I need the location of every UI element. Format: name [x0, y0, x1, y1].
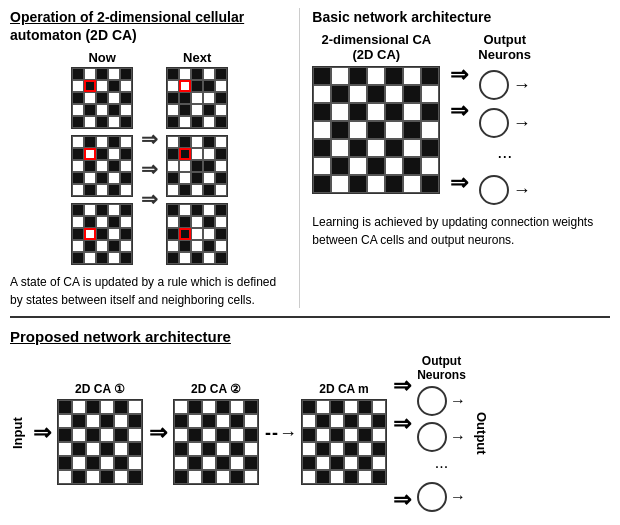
block-arrow-1: ⇒ [149, 420, 167, 446]
output-label: Output [474, 393, 489, 473]
proposed-diagram: Input ⇒ 2D CA ① ⇒ 2D CA ② [10, 353, 610, 513]
now-column: Now [71, 50, 133, 265]
arrow-to-n3: ⇒ [450, 170, 468, 196]
dotted-arrow: - - → [265, 423, 295, 444]
bottom-neuron-2 [417, 422, 447, 452]
bottom-neuron-3 [417, 482, 447, 512]
ca1-grid [57, 399, 143, 485]
output-label: OutputNeurons [478, 32, 531, 62]
next-grid-3 [166, 203, 228, 265]
now-grids [71, 67, 133, 265]
demo-arrows: ⇒ ⇒ ⇒ [141, 105, 158, 211]
ca1-block: 2D CA ① [57, 382, 143, 485]
arrow-to-n2: ⇒ [450, 98, 468, 124]
input-arrow: ⇒ [33, 420, 51, 446]
cam-block: 2D CA m [301, 382, 387, 485]
arrow-out-2: ⇒ [393, 411, 411, 437]
next-grid-2 [166, 135, 228, 197]
output-neurons-bottom: OutputNeurons → → ··· → [417, 354, 466, 512]
cam-label: 2D CA m [319, 382, 369, 396]
big-ca-block: 2-dimensional CA (2D CA) [312, 32, 440, 194]
ca1-label: 2D CA ① [75, 382, 125, 396]
top-half: Operation of 2-dimensional cellular auto… [10, 8, 610, 318]
input-label: Input [10, 393, 25, 473]
output-neurons-right: OutputNeurons → → ··· [478, 32, 531, 205]
output-arrow-3: → [513, 180, 531, 201]
next-column: Next [166, 50, 228, 265]
right-panel: Basic network architecture 2-dimensional… [300, 8, 610, 308]
neuron-1 [479, 70, 509, 100]
arrow-1: ⇒ [141, 127, 158, 151]
bottom-out-arrow-2: → [450, 428, 466, 446]
arrow-3: ⇒ [141, 187, 158, 211]
left-title: Operation of 2-dimensional cellular auto… [10, 8, 289, 44]
left-description: A state of CA is updated by a rule which… [10, 273, 289, 309]
neuron-dots: ··· [497, 146, 512, 167]
now-grid-1 [71, 67, 133, 129]
big-ca-grid [312, 66, 440, 194]
next-grid-1 [166, 67, 228, 129]
now-grid-2 [71, 135, 133, 197]
proposed-title: Proposed network architecture [10, 328, 610, 345]
ca2-grid [173, 399, 259, 485]
bottom-neuron-1 [417, 386, 447, 416]
cam-grid [301, 399, 387, 485]
ca-demo: Now [10, 50, 289, 265]
output-arrow-1: → [513, 75, 531, 96]
arrow-out-4: ⇒ [393, 487, 411, 513]
right-title: Basic network architecture [312, 8, 610, 26]
arrow-2: ⇒ [141, 157, 158, 181]
left-panel: Operation of 2-dimensional cellular auto… [10, 8, 300, 308]
output-arrow-2: → [513, 113, 531, 134]
big-ca-label: 2-dimensional CA (2D CA) [312, 32, 440, 62]
neuron-2 [479, 108, 509, 138]
arrow-to-n1: ⇒ [450, 62, 468, 88]
next-grids [166, 67, 228, 265]
arrow-out-1: ⇒ [393, 373, 411, 399]
bottom-out-arrow-1: → [450, 392, 466, 410]
right-description: Learning is achieved by updating connect… [312, 213, 610, 249]
ca2-block: 2D CA ② [173, 382, 259, 485]
neuron-3 [479, 175, 509, 205]
bottom-out-arrow-3: → [450, 488, 466, 506]
ca2-label: 2D CA ② [191, 382, 241, 396]
bottom-neuron-dots: ··· [435, 458, 448, 476]
bottom-half: Proposed network architecture Input ⇒ 2D… [10, 318, 610, 517]
main-container: Operation of 2-dimensional cellular auto… [0, 0, 620, 525]
now-grid-3 [71, 203, 133, 265]
